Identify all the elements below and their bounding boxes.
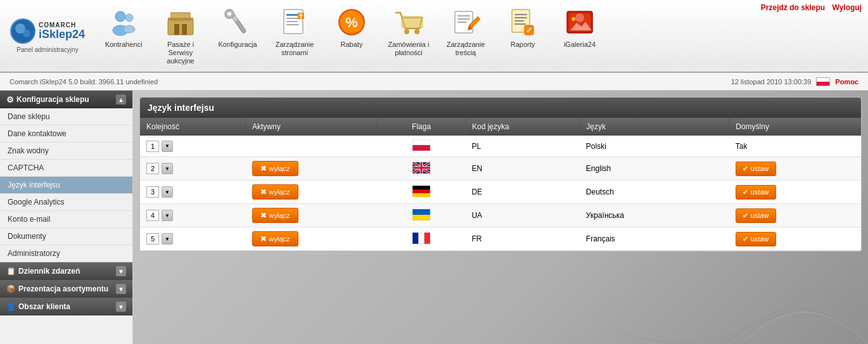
report-icon: ✓ (507, 6, 539, 38)
cell-kolejnosc: 5 ▼ (140, 227, 246, 251)
wylacz-button[interactable]: ✖ wyłącz (252, 184, 298, 200)
cell-aktywny (246, 136, 378, 157)
language-table: Kolejność Aktywny Flaga Kod języka Język… (140, 118, 861, 251)
main-layout: ⚙ Konfiguracja sklepu ▲ Dane sklepu Dane… (0, 91, 868, 344)
x-icon: ✖ (260, 234, 267, 243)
order-dropdown[interactable]: ▼ (162, 210, 173, 221)
info-right: 12 listopad 2010 13:00:39 Pomoc (731, 77, 858, 86)
panel-box: Język interfejsu Kolejność Aktywny Flaga… (139, 97, 862, 252)
nav-zarzadzanie-stronami[interactable]: Zarządzanie stronami (266, 1, 323, 71)
nav-icons: Kontrahenci Pasaże i Serwisy aukcyjne (89, 1, 862, 71)
cell-kolejnosc: 3 ▼ (140, 181, 246, 204)
nav-zarzadzanie-trescia-label: Zarządzanie treścią (440, 41, 491, 57)
nav-igaleria[interactable]: iGaleria24 (551, 1, 608, 71)
sidebar-konfiguracja-label: Konfiguracja sklepu (16, 95, 89, 104)
num-value: 4 (146, 210, 159, 221)
nav-raporty-label: Raporty (511, 41, 535, 49)
sidebar-item-google-analytics[interactable]: Google Analytics (0, 194, 132, 211)
cell-kolejnosc: 4 ▼ (140, 204, 246, 227)
expand-icon[interactable]: ▼ (116, 266, 126, 276)
gallery-icon (564, 6, 596, 38)
help-link[interactable]: Pomoc (835, 78, 858, 86)
cell-jezyk: English (580, 157, 729, 181)
expand-icon[interactable]: ▼ (116, 284, 126, 294)
version-info: Comarch iSklep24 5.0 build: 3966.11 unde… (10, 78, 158, 86)
table-row: 1 ▼ PLPolskiTak (140, 136, 861, 157)
wylacz-button[interactable]: ✖ wyłącz (252, 208, 298, 223)
wylacz-button[interactable]: ✖ wyłącz (252, 231, 298, 246)
wylacz-button[interactable]: ✖ wyłącz (252, 161, 298, 176)
x-icon: ✖ (260, 164, 267, 173)
cell-aktywny: ✖ wyłącz (246, 204, 378, 227)
check-icon: ✔ (743, 165, 748, 173)
ustaw-label: ustaw (751, 212, 769, 219)
sidebar-prezentacja-asortymentu[interactable]: 📦 Prezentacja asortymentu ▼ (0, 280, 132, 298)
sidebar-dziennik-zdarzen[interactable]: 📋 Dziennik zdarzeń ▼ (0, 262, 132, 280)
nav-raporty[interactable]: ✓ Raporty (494, 1, 551, 71)
logo-area: COMARCH iSklep24 Panel administracyjny (6, 15, 89, 56)
num-value: 3 (146, 186, 159, 198)
expand-icon[interactable]: ▼ (116, 302, 126, 312)
logout-link[interactable]: Wyloguj (833, 3, 862, 12)
flag-ua (412, 213, 430, 222)
ustaw-label: ustaw (751, 165, 769, 172)
sidebar-item-dane-sklepu[interactable]: Dane sklepu (0, 108, 132, 125)
sidebar-label: Konto e-mail (8, 215, 50, 224)
nav-pasaze[interactable]: Pasaże i Serwisy aukcyjne (152, 1, 209, 71)
order-dropdown[interactable]: ▼ (162, 141, 173, 152)
logo-text: COMARCH iSklep24 (39, 22, 85, 41)
sidebar-label: Znak wodny (8, 146, 49, 155)
row-number: 4 ▼ (146, 210, 239, 221)
sidebar-konfiguracja-header[interactable]: ⚙ Konfiguracja sklepu ▲ (0, 91, 132, 108)
nav-zamowienia[interactable]: Zamówienia i płatności (380, 1, 437, 71)
wylacz-label: wyłącz (269, 212, 290, 219)
ustaw-button[interactable]: ✔ ustaw (736, 232, 776, 246)
sidebar-item-konto-email[interactable]: Konto e-mail (0, 211, 132, 228)
nav-kontrahenci[interactable]: Kontrahenci (95, 1, 152, 71)
sidebar-item-jezyk-interfejsu[interactable]: Język interfejsu (0, 177, 132, 194)
sidebar-obszar-klienta[interactable]: 👤 Obszar klienta ▼ (0, 298, 132, 315)
info-bar: Comarch iSklep24 5.0 build: 3966.11 unde… (0, 73, 868, 91)
obszar-icon: 👤 (6, 302, 16, 311)
col-header-aktywny: Aktywny (246, 118, 378, 136)
ustaw-button[interactable]: ✔ ustaw (736, 185, 776, 200)
col-header-kolejnosc: Kolejność (140, 118, 246, 136)
svg-text:%: % (345, 15, 358, 30)
sidebar-item-dokumenty[interactable]: Dokumenty (0, 228, 132, 245)
svg-rect-55 (412, 209, 430, 215)
cell-aktywny: ✖ wyłącz (246, 157, 378, 181)
cell-flaga (378, 181, 466, 204)
nav-rabaty[interactable]: % Rabaty (323, 1, 380, 71)
cell-flaga (378, 204, 466, 227)
svg-point-3 (115, 11, 125, 22)
pages-icon (279, 6, 310, 38)
row-number: 3 ▼ (146, 186, 239, 198)
wylacz-label: wyłącz (269, 188, 290, 196)
logo-icon (10, 18, 35, 44)
sidebar-item-captcha[interactable]: CAPTCHA (0, 160, 132, 177)
sidebar-label: Język interfejsu (8, 181, 60, 189)
ustaw-button[interactable]: ✔ ustaw (736, 208, 776, 223)
ustaw-button[interactable]: ✔ ustaw (736, 162, 776, 176)
nav-zarzadzanie-trescia[interactable]: Zarządzanie treścią (437, 1, 494, 71)
svg-rect-52 (412, 189, 430, 193)
gear-icon: ⚙ (6, 95, 14, 105)
panel-subtitle: Panel administracyjny (16, 46, 78, 53)
svg-rect-51 (412, 186, 430, 189)
order-dropdown[interactable]: ▼ (162, 233, 173, 245)
sidebar-item-dane-kontaktowe[interactable]: Dane kontaktowe (0, 125, 132, 143)
cell-kod-jezyka: PL (465, 136, 579, 157)
nav-zamowienia-label: Zamówienia i płatności (383, 41, 434, 57)
go-to-store-link[interactable]: Przejdź do sklepu (761, 3, 825, 12)
cell-domyslny: ✔ ustaw (729, 157, 861, 181)
table-row: 4 ▼ ✖ wyłącz UAУкраїнська ✔ ustaw (140, 204, 861, 227)
svg-point-28 (404, 29, 409, 34)
order-dropdown[interactable]: ▼ (162, 163, 173, 174)
sidebar-item-znak-wodny[interactable]: Znak wodny (0, 143, 132, 160)
cell-kod-jezyka: FR (465, 227, 579, 251)
sidebar-item-administratorzy[interactable]: Administratorzy (0, 245, 132, 262)
store-icon (165, 6, 196, 38)
collapse-icon[interactable]: ▲ (116, 94, 126, 105)
nav-konfiguracja[interactable]: Konfiguracja (209, 1, 266, 71)
order-dropdown[interactable]: ▼ (162, 186, 173, 198)
